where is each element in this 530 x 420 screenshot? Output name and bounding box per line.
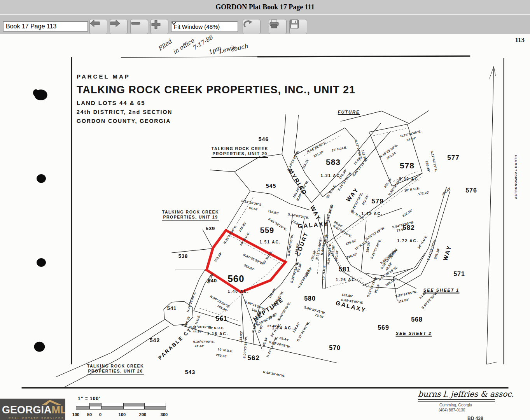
parcel-acreage-label: 1.72 AC. (397, 239, 418, 243)
parcel-label: 576 (465, 187, 477, 194)
subdivision-title: TALKING ROCK CREEK PROPERTIES, INC., UNI… (77, 84, 355, 96)
window-title-bar: GORDON Plat Book 17 Page 111 (0, 0, 530, 15)
zoom-level-select[interactable]: Fit Window (48%) (171, 21, 238, 32)
chevron-down-icon (171, 22, 176, 25)
parcel-map-label: PARCEL MAP (77, 73, 355, 80)
georgia-mls-logo: GEORGIAMLS REAL ESTATE SERVICES (0, 399, 65, 420)
parcel-label: 569 (378, 324, 389, 331)
unit-label: TALKING ROCK CREEKPROPERTIES, UNIT 19 (162, 210, 219, 221)
parcel-label: 538 (178, 253, 188, 259)
plat-viewer-app: { "titlebar": { "title": "GORDON Plat Bo… (0, 0, 530, 420)
logo-wordmark: GEORGIAMLS (2, 404, 65, 416)
surveyor-underline (418, 399, 495, 402)
plat-document-page[interactable]: 113 ASTRONOMICAL NORTH PARCEL MAP TALKIN… (0, 34, 530, 420)
parcel-acreage-label: 1.16 AC. (207, 332, 228, 336)
parcel-acreage-label: 1.42 AC. (361, 212, 383, 216)
bearing-label: N.16°07'05"E. (193, 340, 215, 343)
scale-tick: 100 (119, 412, 126, 417)
printer-icon (269, 19, 279, 29)
parcel-label: 578 (400, 161, 415, 170)
rotate-button[interactable] (243, 19, 261, 35)
logo-mls: MLS (52, 404, 65, 416)
parcel-label: 559 (260, 226, 274, 235)
unit-label: TALKING ROCK CREEKPROPERTIES, UNIT 20 (212, 146, 268, 158)
toolbar: Fit Window (48%) (0, 15, 530, 35)
arrow-right-icon (110, 19, 120, 27)
scale-tick: 300 (161, 412, 168, 417)
county-label: GORDON COUNTY, GEORGIA (77, 118, 355, 124)
scale-tick: 200 (139, 412, 146, 417)
next-page-button[interactable] (110, 19, 128, 35)
parcel-label: 541 (167, 305, 177, 311)
land-lots-label: LAND LOTS 44 & 65 (77, 100, 355, 106)
parcel-label: 581 (339, 266, 350, 273)
logo-tagline: REAL ESTATE SERVICES (9, 417, 64, 420)
plus-icon (151, 19, 161, 30)
see-sheet-label: SEE SHEET 2 (396, 331, 432, 337)
bearing-label: N.47°35'10"W. (189, 325, 212, 329)
parcel-label: 579 (371, 198, 383, 205)
logo-georgia: GEORGIA (2, 404, 52, 416)
prev-page-button[interactable] (89, 19, 107, 35)
parcel-label: 583 (326, 158, 341, 167)
page-input[interactable] (3, 21, 88, 32)
parcel-acreage-label: 1.51 AC. (259, 240, 281, 244)
future-label: FUTURE (338, 110, 360, 115)
save-icon (290, 19, 299, 29)
zoom-in-button[interactable] (150, 19, 168, 35)
parcel-label: 545 (266, 183, 276, 189)
zoom-level-value: Fit Window (48%) (174, 23, 220, 30)
scan-page-number: 113 (515, 36, 525, 44)
district-label: 24th DISTRICT, 2nd SECTION (77, 109, 355, 115)
parcel-label: 580 (304, 295, 316, 302)
scale-bar (76, 403, 166, 410)
surveyor-code: BD 438 (467, 416, 483, 420)
parcel-label: 577 (447, 154, 459, 162)
surveyor-city: Cumming, Georgia (439, 403, 472, 407)
bearing-label: 47.46' (195, 345, 204, 348)
parcel-label: 561 (215, 315, 227, 323)
parcel-label: 570 (329, 345, 341, 352)
parcel-label: 546 (259, 136, 269, 142)
window-title: GORDON Plat Book 17 Page 111 (215, 3, 315, 11)
parcel-label: 542 (150, 337, 160, 343)
parcel-acreage-label: 1.26 AC. (336, 278, 357, 282)
scale-tick: 0 (99, 412, 101, 417)
save-button[interactable] (289, 19, 307, 35)
parcel-acreage-label: 1.40 AC. (227, 289, 249, 294)
scale-ratio-label: 1" = 100' (78, 396, 100, 401)
scale-tick: 100 (72, 412, 79, 417)
see-sheet-label: SEE SHEET 1 (423, 288, 460, 294)
rotate-icon (243, 19, 253, 29)
astronomical-north-label: ASTRONOMICAL NORTH (514, 155, 518, 199)
parcel-label: 560 (227, 273, 244, 284)
bearing-label: 44.96' (193, 330, 202, 333)
parcel-label: 562 (247, 354, 259, 362)
surveyor-phone: (404) 887-0130 (439, 408, 465, 412)
parcel-label: 568 (411, 316, 423, 323)
plat-title-block: PARCEL MAP TALKING ROCK CREEK PROPERTIES… (77, 73, 355, 124)
scale-tick: 50 (87, 412, 92, 417)
unit-label: TALKING ROCK CREEKPROPERTIES, UNIT 20 (87, 364, 144, 375)
print-button[interactable] (269, 19, 287, 35)
surveyor-name: burns l. jeffries & assoc. (418, 389, 514, 399)
minus-icon (131, 19, 141, 27)
parcel-label: 543 (185, 369, 195, 375)
zoom-out-button[interactable] (130, 19, 148, 35)
arrow-left-icon (90, 19, 100, 27)
parcel-label: 571 (453, 271, 465, 278)
parcel-label: 539 (206, 226, 215, 231)
